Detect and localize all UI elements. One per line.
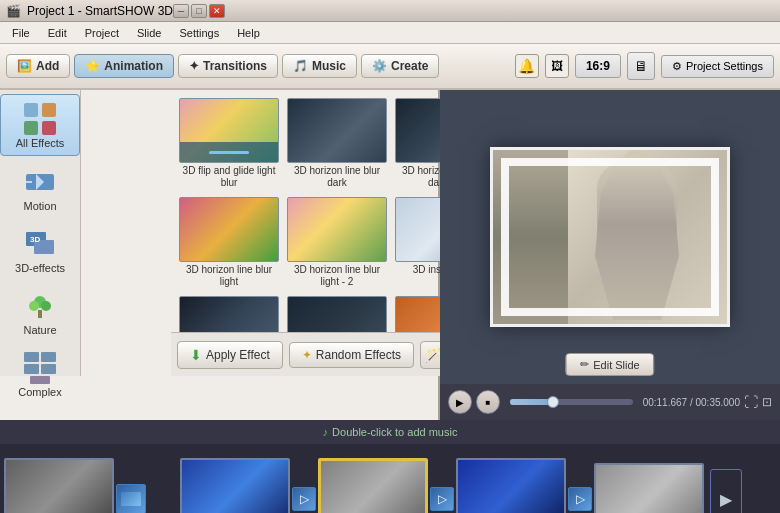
- random-effects-button[interactable]: ✦ Random Effects: [289, 342, 414, 368]
- menu-edit[interactable]: Edit: [40, 25, 75, 41]
- add-icon: 🖼️: [17, 59, 32, 73]
- play-button[interactable]: ▶: [448, 390, 472, 414]
- gear-icon: ⚙: [672, 60, 682, 73]
- effect-label: 3D horizon line blur dark: [287, 165, 387, 189]
- 3d-effects-icon: 3D: [22, 226, 58, 262]
- window-title: Project 1 - SmartSHOW 3D: [27, 4, 173, 18]
- edit-slide-button[interactable]: ✏ Edit Slide: [565, 353, 654, 376]
- next-slide-button[interactable]: ▶: [710, 469, 742, 513]
- animation-label: Animation: [104, 59, 163, 73]
- random-effects-icon: ✦: [302, 348, 312, 362]
- category-3d-effects[interactable]: 3D 3D-effects: [0, 220, 80, 280]
- slide-item-3[interactable]: ▷ 2.0: [292, 487, 316, 511]
- transitions-icon: ✦: [189, 59, 199, 73]
- fullscreen-icon[interactable]: ⛶: [744, 394, 758, 410]
- effect-item[interactable]: [177, 294, 281, 332]
- titlebar: 🎬 Project 1 - SmartSHOW 3D ─ □ ✕: [0, 0, 780, 22]
- svg-rect-1: [42, 103, 56, 117]
- effect-thumbnail: [179, 296, 279, 332]
- effect-item[interactable]: 3D horizon line blur light: [177, 195, 281, 290]
- menu-settings[interactable]: Settings: [171, 25, 227, 41]
- effects-categories: All Effects Motion: [0, 90, 81, 376]
- all-effects-label: All Effects: [16, 137, 65, 149]
- svg-rect-15: [41, 352, 56, 362]
- motion-icon: [22, 164, 58, 200]
- complex-icon: [22, 350, 58, 386]
- transition-thumb: [121, 492, 141, 506]
- stop-icon: ■: [486, 398, 491, 407]
- add-button[interactable]: 🖼️ Add: [6, 54, 70, 78]
- effect-item[interactable]: [285, 294, 389, 332]
- apply-effect-button[interactable]: ⬇ Apply Effect: [177, 341, 283, 369]
- category-complex[interactable]: Complex: [0, 344, 80, 404]
- category-all-effects[interactable]: All Effects: [0, 94, 80, 156]
- slide-thumbnail-1: 1 ✏ ⭐: [4, 458, 114, 514]
- nature-icon: [22, 288, 58, 324]
- transition-1[interactable]: [116, 484, 146, 513]
- transition-3[interactable]: ▷: [430, 487, 454, 511]
- create-button[interactable]: ⚙️ Create: [361, 54, 439, 78]
- close-button[interactable]: ✕: [209, 4, 225, 18]
- svg-text:3D: 3D: [30, 235, 40, 244]
- fit-screen-icon[interactable]: ⊡: [762, 395, 772, 409]
- slide-thumbnail-2: 2 ✏ ⭐: [180, 458, 290, 514]
- slide-item-3-thumb[interactable]: 3 ✏ ⭐ ◀ 7.0: [318, 458, 428, 514]
- effect-item[interactable]: 3D flip and glide light blur: [177, 96, 281, 191]
- menu-slide[interactable]: Slide: [129, 25, 169, 41]
- effect-item[interactable]: 3D horizon line blur dark: [285, 96, 389, 191]
- music-button[interactable]: 🎵 Music: [282, 54, 357, 78]
- preview-photo: [547, 150, 727, 327]
- svg-rect-0: [24, 103, 38, 117]
- menu-project[interactable]: Project: [77, 25, 127, 41]
- slide-item-5[interactable]: ▷ 2.0: [568, 487, 592, 511]
- time-display: 00:11.667 / 00:35.000: [643, 397, 740, 408]
- svg-rect-16: [24, 364, 39, 374]
- effect-thumbnail: [287, 296, 387, 332]
- slide-thumbnail-5: 5 ✏ ⭐: [594, 463, 704, 513]
- stop-button[interactable]: ■: [476, 390, 500, 414]
- ratio-button[interactable]: 16:9: [575, 54, 621, 78]
- transitions-label: Transitions: [203, 59, 267, 73]
- apply-effect-icon: ⬇: [190, 347, 202, 363]
- nature-label: Nature: [23, 324, 56, 336]
- slide-item-2[interactable]: 2 ✏ ⭐ 7.0: [180, 458, 290, 514]
- transition-4[interactable]: ▷: [568, 487, 592, 511]
- effect-item[interactable]: 3D horizon line blur light - 2: [285, 195, 389, 290]
- effect-label: 3D horizon line blur light: [179, 264, 279, 288]
- svg-rect-14: [24, 352, 39, 362]
- photo-button[interactable]: 🖼: [545, 54, 569, 78]
- slide-item-5-thumb[interactable]: 5 ✏ ⭐: [594, 463, 704, 513]
- notification-button[interactable]: 🔔: [515, 54, 539, 78]
- main-area: All Effects Motion: [0, 90, 780, 420]
- slide-item-1[interactable]: 1 ✏ ⭐ 5.0: [4, 458, 114, 514]
- animation-button[interactable]: ⭐ Animation: [74, 54, 174, 78]
- music-note-icon: ♪: [323, 426, 329, 438]
- slide-item-4-thumb[interactable]: 4 ✏ ⭐ 7.0: [456, 458, 566, 514]
- add-music-bar: ♪ Double-click to add music: [0, 420, 780, 444]
- monitor-button[interactable]: 🖥: [627, 52, 655, 80]
- maximize-button[interactable]: □: [191, 4, 207, 18]
- app-icon: 🎬: [6, 4, 21, 18]
- menu-file[interactable]: File: [4, 25, 38, 41]
- effect-thumbnail: [287, 197, 387, 262]
- project-settings-button[interactable]: ⚙ Project Settings: [661, 55, 774, 78]
- transitions-button[interactable]: ✦ Transitions: [178, 54, 278, 78]
- toolbar-right: 🔔 🖼 16:9 🖥 ⚙ Project Settings: [515, 52, 774, 80]
- bell-icon: 🔔: [518, 58, 535, 74]
- minimize-button[interactable]: ─: [173, 4, 189, 18]
- category-motion[interactable]: Motion: [0, 158, 80, 218]
- create-label: Create: [391, 59, 428, 73]
- svg-rect-2: [24, 121, 38, 135]
- preview-area: ✏ Edit Slide: [440, 90, 780, 384]
- category-nature[interactable]: Nature: [0, 282, 80, 342]
- photo-icon: 🖼: [551, 59, 563, 73]
- progress-bar[interactable]: [510, 399, 633, 405]
- svg-rect-3: [42, 121, 56, 135]
- menu-help[interactable]: Help: [229, 25, 268, 41]
- playback-controls: ▶ ■ 00:11.667 / 00:35.000 ⛶ ⊡: [440, 384, 780, 420]
- svg-point-11: [29, 301, 39, 311]
- transition-2[interactable]: ▷: [292, 487, 316, 511]
- slide-item-4[interactable]: ▷ 2.0: [430, 487, 454, 511]
- effect-label: 3D flip and glide light blur: [179, 165, 279, 189]
- progress-handle[interactable]: [547, 396, 559, 408]
